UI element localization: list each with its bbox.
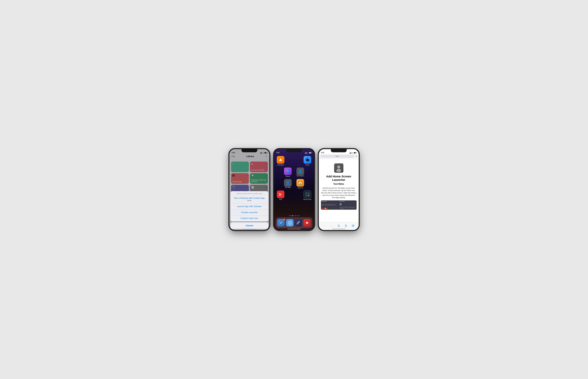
signal-icon-2 <box>305 152 307 154</box>
dot-3 <box>292 215 293 216</box>
svg-rect-1 <box>279 195 280 196</box>
preview-icon-4 <box>326 208 327 209</box>
dock-safari[interactable] <box>286 219 294 226</box>
app-lights-up-label: Lights Up <box>297 187 303 189</box>
app-rss[interactable]: RSS <box>276 190 285 200</box>
action-item-4[interactable]: Custom Color Icon <box>231 215 268 221</box>
signal-icon-3 <box>349 152 351 154</box>
page-dots <box>274 215 314 216</box>
dot-2 <box>291 215 291 216</box>
notch-3 <box>331 149 347 152</box>
action-item-1[interactable]: Run a Shortcut with Custom App Icon <box>231 195 268 204</box>
home-indicator-3 <box>332 229 345 229</box>
svg-rect-4 <box>308 193 309 194</box>
phone-2: 4:17 ▲ <box>274 149 315 231</box>
rss-icon <box>277 190 284 198</box>
svg-rect-5 <box>306 195 307 196</box>
dot-6 <box>297 215 298 216</box>
page-body-text: Add this launcher for 'Text Myke' to you… <box>321 187 356 199</box>
safari-back-button[interactable]: ‹ <box>322 225 327 227</box>
svg-marker-11 <box>289 221 290 223</box>
app-homescreen-label: Home Screen <box>303 199 311 200</box>
app-text-stephen-label: Text Stephen <box>296 175 304 177</box>
wifi-icon-3: ▲ <box>352 152 353 154</box>
action-sheet: Choose a Home Screen Launcher Type Run a… <box>230 191 269 230</box>
profile-photo <box>334 163 343 173</box>
app-rss-label: RSS <box>279 199 282 200</box>
dock-star[interactable] <box>303 219 311 226</box>
safari-tabs-button[interactable] <box>351 225 356 228</box>
status-icons-2: ▲ <box>305 152 312 154</box>
svg-rect-6 <box>308 195 309 196</box>
homescreen-icon <box>304 190 311 198</box>
home-indicator-2 <box>287 229 301 229</box>
svg-point-18 <box>337 169 341 172</box>
safari-reload-button[interactable]: ↻ <box>356 155 357 158</box>
preview-title-right: Home Control <box>340 201 356 202</box>
phone-1: 2:23 ▲ <box>229 149 270 231</box>
preview-icon-3 <box>325 208 326 209</box>
safari-content: Add Home Screen Launcher Text Myke Add t… <box>319 161 359 222</box>
preview-screenshot: Home Control Add this launcher for 'Home… <box>321 200 356 210</box>
wifi-icon-2: ▲ <box>307 152 309 154</box>
svg-rect-3 <box>306 193 307 194</box>
preview-icon-1 <box>321 208 323 209</box>
battery-icon-3 <box>354 152 356 154</box>
app-text-myke-label: Text Myke <box>285 187 291 188</box>
myke-photo: 👤 <box>284 179 292 187</box>
hourly-icon: 🌦 <box>304 156 311 164</box>
app-homescreen[interactable]: Home Screen <box>303 190 312 200</box>
app-automation[interactable]: Automation <box>276 156 285 166</box>
dot-7 <box>298 215 299 216</box>
app-text-stephen[interactable]: 👤 Text Stephen <box>296 168 305 177</box>
svg-point-17 <box>337 166 340 168</box>
time-3: 4:17 <box>321 152 324 154</box>
action-cancel-button[interactable]: Cancel <box>231 222 268 229</box>
battery-icon-2 <box>309 152 312 154</box>
phones-container: 2:23 ▲ <box>229 149 359 231</box>
svg-marker-12 <box>289 223 290 224</box>
dot-1 <box>289 215 290 216</box>
app-hourly[interactable]: 🌦 Hourly <box>303 156 312 166</box>
lights-up-icon: 🏠 <box>296 179 304 187</box>
dock-check[interactable]: 9 <box>277 219 285 226</box>
preview-left: Home Control Add this launcher for 'Home… <box>321 200 339 210</box>
dock-rocket[interactable]: 🚀 <box>294 219 302 226</box>
phone-3: 4:17 ▲ <box>318 149 359 231</box>
app-frames[interactable]: 🔷 Frames <box>283 168 293 177</box>
status-icons-3: ▲ <box>349 152 356 154</box>
app-frames-label: Frames <box>286 176 290 177</box>
stephen-photo: 👤 <box>296 168 304 175</box>
svg-marker-13 <box>305 221 309 224</box>
action-item-2[interactable]: Launch App URL Scheme <box>231 204 268 209</box>
page-main-title: Add Home Screen Launcher <box>321 175 356 182</box>
safari-bookmarks-button[interactable] <box>343 225 348 228</box>
dot-5 <box>295 215 296 216</box>
app-automation-label: Automation <box>277 164 284 166</box>
preview-body-left: Add this launcher for 'Home Control' to … <box>321 204 338 206</box>
dot-4 <box>294 215 294 216</box>
dock: 9 <box>276 217 312 228</box>
automation-icon <box>277 156 284 164</box>
safari-share-button[interactable] <box>336 225 341 228</box>
notch-2 <box>286 149 302 152</box>
safari-url[interactable]: data: <box>320 155 354 158</box>
page-subtitle: Text Myke <box>321 183 356 185</box>
app-text-myke[interactable]: 👤 Text Myke <box>283 179 293 189</box>
preview-body-right: ArtiStop: Share results with people easi… <box>340 207 356 209</box>
app-lights-up[interactable]: 🏠 Lights Up <box>296 179 305 189</box>
preview-icon-2 <box>323 208 324 209</box>
preview-right: Home Control H ArtiStop: Share results w… <box>339 200 356 210</box>
time-2: 4:17 <box>277 152 280 154</box>
action-sheet-main: Choose a Home Screen Launcher Type Run a… <box>231 191 268 221</box>
svg-marker-0 <box>279 158 282 161</box>
app-hourly-label: Hourly <box>305 164 309 166</box>
safari-bar: data: ↻ <box>319 154 359 159</box>
safari-forward-button[interactable]: › <box>329 225 334 227</box>
preview-icons-left <box>321 208 338 209</box>
svg-rect-19 <box>352 225 354 227</box>
frames-icon: 🔷 <box>284 168 292 175</box>
action-sheet-title: Choose a Home Screen Launcher Type <box>231 191 268 195</box>
action-item-3[interactable]: Contact Launcher <box>231 209 268 215</box>
badge-check: 9 <box>283 219 285 221</box>
